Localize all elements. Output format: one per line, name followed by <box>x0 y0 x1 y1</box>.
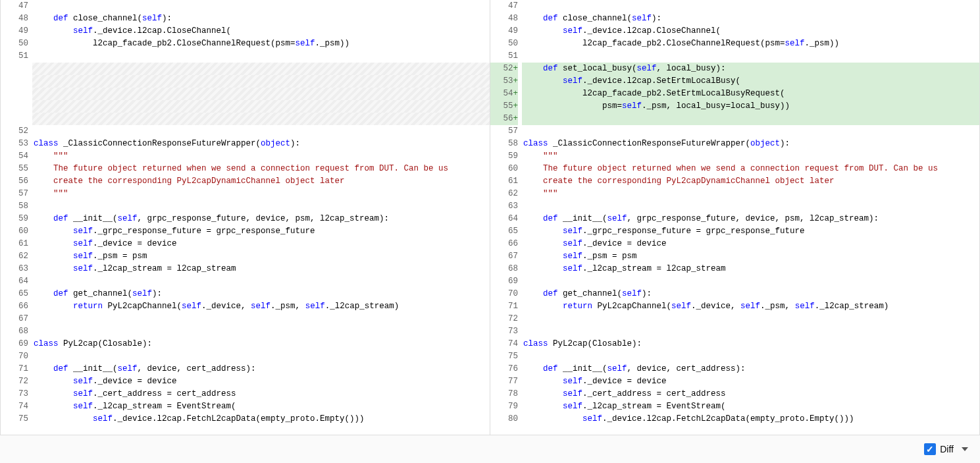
right-line-number[interactable]: 60 <box>490 163 518 175</box>
right-code-line[interactable]: psm=self._psm, local_busy=local_busy)) <box>522 100 979 113</box>
right-code-line[interactable] <box>522 275 979 288</box>
right-code-line[interactable]: """ <box>522 150 979 163</box>
left-code-line[interactable]: self._l2cap_stream = l2cap_stream <box>32 263 490 275</box>
left-code-line[interactable]: """ <box>32 150 490 163</box>
left-code-line[interactable]: def close_channel(self): <box>32 13 490 25</box>
left-line-number[interactable]: 58 <box>1 200 28 213</box>
left-code-line[interactable]: def get_channel(self): <box>32 288 490 300</box>
left-line-number[interactable]: 61 <box>1 238 28 250</box>
left-code-line[interactable]: self._grpc_response_future = grpc_respon… <box>32 225 490 238</box>
left-line-number[interactable]: 51 <box>1 50 28 63</box>
right-code-line[interactable] <box>522 313 979 325</box>
left-line-number[interactable]: 47 <box>1 0 28 13</box>
right-code-line[interactable] <box>522 0 979 13</box>
right-code-line[interactable]: self._l2cap_stream = l2cap_stream <box>522 263 979 275</box>
right-line-number[interactable]: 58 <box>490 138 518 150</box>
right-line-number[interactable]: 79 <box>490 400 518 413</box>
right-line-number[interactable]: 47 <box>490 0 518 13</box>
right-line-number[interactable]: 57 <box>490 125 518 138</box>
right-line-number[interactable]: 72 <box>490 313 518 325</box>
left-line-number[interactable]: 53 <box>1 138 28 150</box>
left-code-line[interactable]: self._psm = psm <box>32 250 490 263</box>
right-line-number[interactable]: 75 <box>490 350 518 363</box>
left-line-number[interactable]: 54 <box>1 150 28 163</box>
left-code-line[interactable]: return PyL2capChannel(self._device, self… <box>32 300 490 313</box>
right-line-number[interactable]: 80 <box>490 413 518 425</box>
left-code-line[interactable] <box>32 63 490 75</box>
right-line-number[interactable]: 52+ <box>490 63 518 75</box>
left-line-number[interactable] <box>1 63 28 75</box>
left-code-line[interactable] <box>32 113 490 125</box>
left-line-number[interactable]: 48 <box>1 13 28 25</box>
left-line-number[interactable]: 71 <box>1 363 28 375</box>
left-code-line[interactable] <box>32 100 490 113</box>
right-line-number[interactable]: 50 <box>490 38 518 50</box>
right-code-line[interactable] <box>522 50 979 63</box>
right-line-number[interactable]: 62 <box>490 188 518 200</box>
left-line-number[interactable]: 74 <box>1 400 28 413</box>
left-line-number[interactable]: 55 <box>1 163 28 175</box>
right-code-line[interactable]: self._device.l2cap.CloseChannel( <box>522 25 979 38</box>
left-line-number[interactable]: 70 <box>1 350 28 363</box>
left-line-number[interactable] <box>1 100 28 113</box>
left-code-line[interactable]: self._l2cap_stream = EventStream( <box>32 400 490 413</box>
left-code-line[interactable] <box>32 75 490 88</box>
right-line-number[interactable]: 68 <box>490 263 518 275</box>
right-line-number[interactable]: 78 <box>490 388 518 400</box>
left-line-number[interactable]: 57 <box>1 188 28 200</box>
right-line-number[interactable]: 69 <box>490 275 518 288</box>
right-code-line[interactable]: """ <box>522 188 979 200</box>
right-code-line[interactable]: self._psm = psm <box>522 250 979 263</box>
left-code-line[interactable]: class PyL2cap(Closable): <box>32 338 490 350</box>
right-code-line[interactable] <box>522 200 979 213</box>
right-line-number[interactable]: 64 <box>490 213 518 225</box>
right-line-number[interactable]: 54+ <box>490 88 518 100</box>
right-code-line[interactable]: self._device = device <box>522 238 979 250</box>
left-line-number[interactable]: 68 <box>1 325 28 338</box>
left-line-number[interactable]: 73 <box>1 388 28 400</box>
left-code-line[interactable] <box>32 50 490 63</box>
left-line-number[interactable]: 75 <box>1 413 28 425</box>
right-code-line[interactable]: self._l2cap_stream = EventStream( <box>522 400 979 413</box>
right-code-line[interactable]: self._cert_address = cert_address <box>522 388 979 400</box>
right-line-number[interactable]: 71 <box>490 300 518 313</box>
left-line-number[interactable]: 67 <box>1 313 28 325</box>
right-line-number[interactable]: 55+ <box>490 100 518 113</box>
right-code-line[interactable]: The future object returned when we send … <box>522 163 979 175</box>
right-code-line[interactable]: self._device.l2cap.FetchL2capData(empty_… <box>522 413 979 425</box>
left-line-number[interactable]: 69 <box>1 338 28 350</box>
left-code-line[interactable] <box>32 125 490 138</box>
right-code-line[interactable] <box>522 350 979 363</box>
right-code-line[interactable] <box>522 125 979 138</box>
right-code-line[interactable]: return PyL2capChannel(self._device, self… <box>522 300 979 313</box>
left-line-number[interactable] <box>1 113 28 125</box>
left-line-number[interactable] <box>1 75 28 88</box>
left-code-line[interactable]: self._device.l2cap.CloseChannel( <box>32 25 490 38</box>
right-line-number[interactable]: 49 <box>490 25 518 38</box>
left-line-number[interactable]: 52 <box>1 125 28 138</box>
right-code-line[interactable]: def set_local_busy(self, local_busy): <box>522 63 979 75</box>
left-line-number[interactable]: 63 <box>1 263 28 275</box>
right-code-line[interactable]: l2cap_facade_pb2.SetErtmLocalBusyRequest… <box>522 88 979 100</box>
left-code-line[interactable]: self._device.l2cap.FetchL2capData(empty_… <box>32 413 490 425</box>
right-line-number[interactable]: 76 <box>490 363 518 375</box>
left-line-number[interactable]: 65 <box>1 288 28 300</box>
left-code-line[interactable] <box>32 325 490 338</box>
right-code-line[interactable]: self._device = device <box>522 375 979 388</box>
right-line-number[interactable]: 73 <box>490 325 518 338</box>
left-code[interactable]: def close_channel(self): self._device.l2… <box>32 0 490 435</box>
left-code-line[interactable]: The future object returned when we send … <box>32 163 490 175</box>
left-line-number[interactable]: 56 <box>1 175 28 188</box>
left-code-line[interactable] <box>32 313 490 325</box>
right-line-number[interactable]: 48 <box>490 13 518 25</box>
left-code-line[interactable] <box>32 200 490 213</box>
left-code-line[interactable]: class _ClassicConnectionResponseFutureWr… <box>32 138 490 150</box>
left-line-number[interactable]: 50 <box>1 38 28 50</box>
right-line-number[interactable]: 70 <box>490 288 518 300</box>
left-code-line[interactable]: self._device = device <box>32 238 490 250</box>
left-line-number[interactable]: 62 <box>1 250 28 263</box>
right-code-line[interactable]: class PyL2cap(Closable): <box>522 338 979 350</box>
left-code-line[interactable]: create the corresponding PyL2capDynamicC… <box>32 175 490 188</box>
left-line-number[interactable]: 64 <box>1 275 28 288</box>
right-code-line[interactable] <box>522 113 979 125</box>
